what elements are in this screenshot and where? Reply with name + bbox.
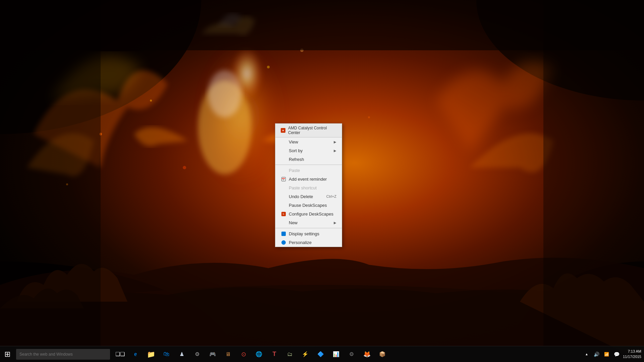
system-clock[interactable]: 7:13 AM 11/17/2015	[623, 349, 641, 359]
menu-item-paste-shortcut: Paste shortcut	[275, 183, 342, 192]
personalize-icon	[281, 240, 286, 245]
context-menu-header: ▲ AMD Catalyst Control Center	[275, 124, 342, 137]
paste-label: Paste	[289, 168, 300, 173]
deskscapes-icon: S	[281, 211, 286, 217]
menu-item-paste: Paste	[275, 166, 342, 175]
tray-network[interactable]: 📶	[603, 350, 611, 358]
svg-point-13	[66, 183, 68, 185]
pause-deskscapes-label: Pause DeskScapes	[289, 203, 327, 208]
taskbar-icons: ❑❑ e 📁 🛍 ♟ ⚙ 🎮 🖥 ⊙ 🌐 T 🗂 ⚡ 🔷 📊 ⚙ 🦊 📦	[113, 347, 390, 362]
svg-rect-17	[0, 0, 644, 50]
menu-item-view[interactable]: View ▶	[275, 137, 342, 146]
clock-date: 11/17/2015	[623, 354, 641, 359]
view-icon	[281, 139, 286, 144]
configure-deskscapes-label: Configure DeskScapes	[289, 212, 333, 217]
paste-icon	[281, 168, 286, 173]
svg-point-16	[300, 49, 304, 52]
undo-icon	[281, 194, 286, 199]
taskbar-icon-store[interactable]: 🛍	[159, 347, 174, 362]
svg-point-2	[476, 0, 644, 101]
system-tray: ▲ 🔊 📶 💬 7:13 AM 11/17/2015	[583, 349, 644, 359]
sort-icon	[281, 148, 286, 153]
add-event-label: Add event reminder	[289, 177, 327, 182]
taskbar: ⊞ ❑❑ e 📁 🛍 ♟ ⚙ 🎮 🖥 ⊙ 🌐 T 🗂 ⚡ 🔷 📊	[0, 346, 644, 362]
menu-item-new[interactable]: New ▶	[275, 218, 342, 227]
start-button[interactable]: ⊞	[0, 347, 15, 362]
view-label: View	[289, 139, 298, 144]
menu-item-personalize[interactable]: Personalize	[275, 238, 342, 247]
svg-point-14	[267, 66, 270, 68]
menu-item-add-event[interactable]: 📅 Add event reminder	[275, 175, 342, 183]
pause-icon	[281, 202, 286, 208]
svg-point-11	[150, 100, 152, 102]
tray-volume[interactable]: 🔊	[593, 350, 601, 358]
taskbar-icon-app14[interactable]: 🔷	[313, 347, 328, 362]
menu-item-configure-deskscapes[interactable]: S Configure DeskScapes	[275, 209, 342, 218]
context-menu: ▲ AMD Catalyst Control Center View ▶ Sor…	[275, 123, 342, 247]
svg-point-10	[99, 133, 102, 135]
sort-arrow: ▶	[334, 149, 336, 153]
menu-item-display-settings[interactable]: Display settings	[275, 229, 342, 238]
paste-shortcut-icon	[281, 185, 286, 190]
menu-item-sort-by[interactable]: Sort by ▶	[275, 146, 342, 155]
svg-point-12	[183, 166, 186, 169]
tray-expand[interactable]: ▲	[583, 350, 591, 358]
personalize-label: Personalize	[289, 240, 312, 245]
context-menu-title: AMD Catalyst Control Center	[288, 126, 336, 135]
taskbar-icon-firefox[interactable]: 🦊	[360, 347, 374, 362]
desktop: ▲ AMD Catalyst Control Center View ▶ Sor…	[0, 0, 644, 362]
svg-point-15	[368, 116, 370, 118]
taskbar-icon-textpad[interactable]: T	[267, 347, 282, 362]
event-icon: 📅	[281, 176, 286, 182]
new-icon	[281, 220, 286, 225]
menu-item-pause-deskscapes[interactable]: Pause DeskScapes	[275, 201, 342, 209]
taskbar-icon-app7[interactable]: 🎮	[205, 347, 220, 362]
display-settings-icon	[281, 231, 286, 236]
clock-time: 7:13 AM	[623, 349, 641, 354]
svg-rect-19	[543, 0, 644, 362]
new-label: New	[289, 220, 298, 225]
menu-item-undo-delete[interactable]: Undo Delete Ctrl+Z	[275, 192, 342, 201]
taskbar-icon-app12[interactable]: 🗂	[282, 347, 297, 362]
refresh-icon	[281, 157, 286, 162]
separator-1	[275, 165, 342, 165]
refresh-label: Refresh	[289, 157, 304, 162]
taskbar-icon-app13[interactable]: ⚡	[298, 347, 313, 362]
taskbar-icon-app16[interactable]: ⚙	[344, 347, 359, 362]
taskbar-icon-app10[interactable]: 🌐	[252, 347, 266, 362]
undo-delete-label: Undo Delete	[289, 194, 313, 199]
svg-point-7	[195, 34, 275, 168]
taskbar-icon-steam[interactable]: ♟	[174, 347, 189, 362]
taskbar-icon-edge[interactable]: e	[128, 347, 143, 362]
separator-2	[275, 228, 342, 228]
taskbar-icon-app15[interactable]: 📊	[329, 347, 343, 362]
view-arrow: ▶	[334, 140, 336, 144]
svg-point-8	[198, 80, 252, 174]
sort-by-label: Sort by	[289, 148, 303, 153]
search-input[interactable]	[16, 349, 110, 360]
taskbar-icon-app8[interactable]: 🖥	[221, 347, 235, 362]
taskbar-icon-app18[interactable]: 📦	[375, 347, 390, 362]
new-arrow: ▶	[334, 221, 336, 225]
tray-notifications[interactable]: 💬	[613, 350, 621, 358]
paste-shortcut-label: Paste shortcut	[289, 185, 317, 190]
menu-item-refresh[interactable]: Refresh	[275, 155, 342, 164]
taskbar-icon-chrome[interactable]: ⊙	[236, 347, 251, 362]
taskbar-icon-app6[interactable]: ⚙	[190, 347, 205, 362]
amd-icon: ▲	[281, 128, 285, 133]
undo-shortcut: Ctrl+Z	[326, 194, 336, 198]
svg-rect-18	[0, 0, 101, 362]
svg-point-1	[0, 0, 201, 134]
taskbar-icon-task-view[interactable]: ❑❑	[113, 347, 127, 362]
taskbar-icon-file-explorer[interactable]: 📁	[144, 347, 158, 362]
svg-point-9	[208, 70, 241, 117]
display-settings-label: Display settings	[289, 231, 319, 236]
